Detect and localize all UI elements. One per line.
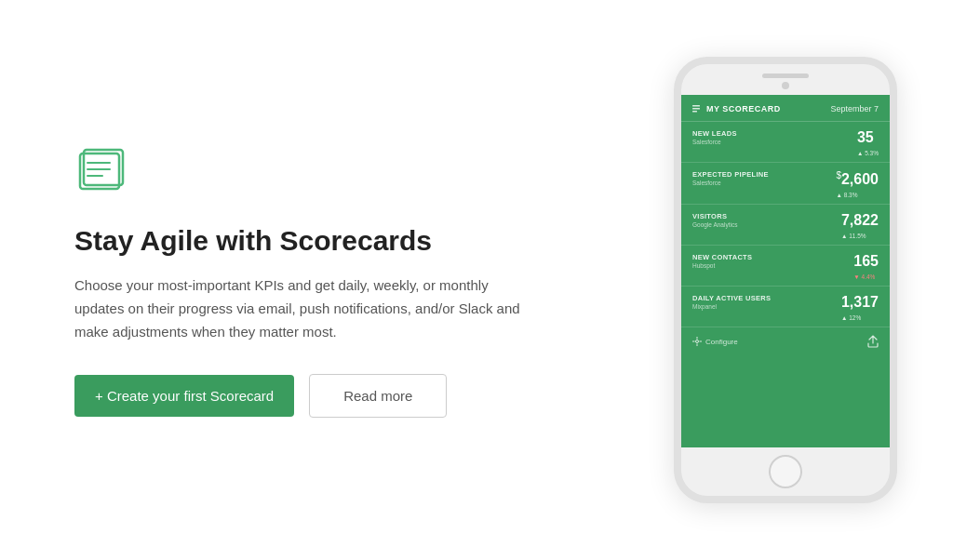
scorecard-row-top: NEW LEADS Salesforce 35 ▲ 5.3% — [692, 129, 879, 156]
metric-value: 1,317 — [841, 294, 879, 310]
metric-change: ▲ 11.5% — [841, 233, 879, 239]
phone-speaker — [762, 73, 809, 78]
metric-label: EXPECTED PIPELINE — [692, 170, 769, 179]
metric-value-group: 1,317 ▲ 12% — [841, 294, 879, 321]
scorecard-header: MY SCORECARD September 7 — [681, 95, 890, 122]
metric-label: VISITORS — [692, 212, 737, 220]
svg-rect-0 — [84, 150, 123, 185]
metric-source: Salesforce — [692, 139, 737, 145]
metric-value: 35 — [857, 129, 874, 145]
metric-label: DAILY ACTIVE USERS — [692, 294, 771, 302]
metric-change: ▲ 8.3% — [836, 192, 879, 198]
phone-frame: MY SCORECARD September 7 NEW LEADS Sales… — [674, 57, 897, 503]
scorecard-row-top: NEW CONTACTS Hubspot 165 ▼ 4.4% — [692, 253, 879, 280]
metric-value-group: $2,600 ▲ 8.3% — [836, 170, 879, 198]
phone-mockup: MY SCORECARD September 7 NEW LEADS Sales… — [674, 57, 897, 503]
svg-rect-7 — [692, 111, 697, 113]
configure-text: Configure — [705, 338, 738, 346]
svg-point-8 — [696, 340, 699, 343]
scorecard-list-icon — [692, 104, 702, 113]
scorecard-icon — [74, 142, 140, 198]
scorecard-row-pipeline: EXPECTED PIPELINE Salesforce $2,600 ▲ 8.… — [681, 163, 890, 205]
metric-value-group: 7,822 ▲ 11.5% — [841, 212, 879, 239]
metric-source: Salesforce — [692, 180, 769, 186]
scorecard-header-left: MY SCORECARD — [692, 104, 781, 113]
configure-label: Configure — [692, 337, 738, 346]
phone-camera — [782, 82, 789, 89]
configure-icon — [692, 337, 702, 346]
metric-value-group: 165 ▼ 4.4% — [853, 253, 879, 280]
create-scorecard-button[interactable]: + Create your first Scorecard — [74, 375, 294, 417]
svg-rect-5 — [692, 105, 700, 107]
metric-label-group: VISITORS Google Analytics — [692, 212, 737, 228]
svg-rect-1 — [80, 153, 119, 189]
left-panel: Stay Agile with Scorecards Choose your m… — [74, 142, 596, 417]
description: Choose your most-important KPIs and get … — [74, 274, 540, 343]
metric-change: ▲ 5.3% — [857, 150, 879, 156]
scorecard-title: MY SCORECARD — [706, 104, 781, 113]
phone-home-button — [769, 455, 802, 488]
headline: Stay Agile with Scorecards — [74, 224, 596, 258]
share-icon — [867, 335, 879, 348]
scorecard-row-top: DAILY ACTIVE USERS Mixpanel 1,317 ▲ 12% — [692, 294, 879, 321]
scorecard-row-top: VISITORS Google Analytics 7,822 ▲ 11.5% — [692, 212, 879, 239]
phone-screen: MY SCORECARD September 7 NEW LEADS Sales… — [681, 95, 890, 447]
scorecard-row-visitors: VISITORS Google Analytics 7,822 ▲ 11.5% — [681, 205, 890, 246]
metric-label-group: NEW CONTACTS Hubspot — [692, 253, 752, 269]
scorecard-row-contacts: NEW CONTACTS Hubspot 165 ▼ 4.4% — [681, 246, 890, 287]
metric-label: NEW LEADS — [692, 129, 737, 138]
metric-change: ▼ 4.4% — [853, 273, 879, 280]
svg-rect-6 — [692, 108, 700, 110]
scorecard-row-new-leads: NEW LEADS Salesforce 35 ▲ 5.3% — [681, 122, 890, 163]
main-container: Stay Agile with Scorecards Choose your m… — [0, 20, 953, 540]
metric-label-group: DAILY ACTIVE USERS Mixpanel — [692, 294, 771, 310]
scorecard-footer: Configure — [681, 327, 890, 355]
metric-label-group: NEW LEADS Salesforce — [692, 129, 737, 145]
metric-source: Mixpanel — [692, 303, 771, 310]
scorecard-icon-wrap — [74, 142, 596, 202]
metric-value: 165 — [853, 253, 879, 269]
metric-value-group: 35 ▲ 5.3% — [857, 129, 879, 156]
metric-label: NEW CONTACTS — [692, 253, 752, 261]
scorecard-date: September 7 — [830, 104, 879, 113]
scorecard-row-dau: DAILY ACTIVE USERS Mixpanel 1,317 ▲ 12% — [681, 287, 890, 327]
metric-value: 7,822 — [841, 212, 879, 228]
metric-value: $2,600 — [836, 171, 879, 187]
read-more-button[interactable]: Read more — [309, 374, 447, 418]
dollar-sign: $ — [836, 170, 841, 180]
scorecard-row-top: EXPECTED PIPELINE Salesforce $2,600 ▲ 8.… — [692, 170, 879, 198]
button-group: + Create your first Scorecard Read more — [74, 374, 596, 418]
metric-change: ▲ 12% — [841, 314, 879, 321]
metric-label-group: EXPECTED PIPELINE Salesforce — [692, 170, 769, 186]
metric-source: Google Analytics — [692, 221, 737, 228]
metric-source: Hubspot — [692, 262, 752, 269]
